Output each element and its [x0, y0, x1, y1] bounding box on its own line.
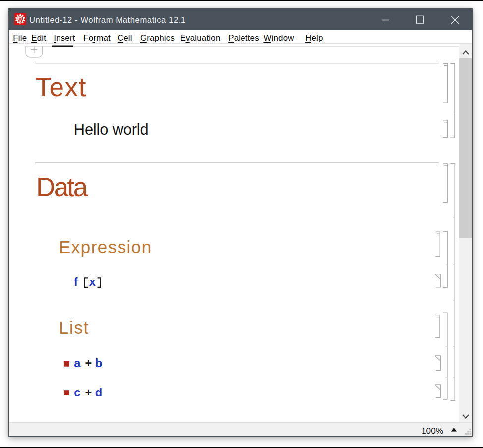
svg-text:a: a — [74, 357, 81, 370]
svg-text:Help: Help — [305, 33, 323, 43]
svg-text:Expression: Expression — [59, 237, 152, 257]
svg-text:Hello world: Hello world — [74, 121, 149, 138]
svg-text:+: + — [85, 386, 92, 399]
svg-text:c: c — [74, 386, 80, 399]
svg-text:File: File — [13, 33, 27, 43]
svg-text:f: f — [74, 276, 78, 288]
svg-text:Evaluation: Evaluation — [181, 33, 221, 43]
svg-text:Edit: Edit — [31, 33, 46, 43]
svg-text:List: List — [59, 318, 89, 337]
svg-text:Untitled-12 - Wolfram Mathemat: Untitled-12 - Wolfram Mathematica 12.1 — [29, 15, 186, 25]
svg-text:d: d — [95, 386, 102, 399]
svg-text:Insert: Insert — [54, 33, 75, 43]
svg-text:Format: Format — [83, 33, 111, 43]
svg-text:Palettes: Palettes — [228, 33, 259, 43]
svg-text:100%: 100% — [422, 426, 443, 436]
svg-text:b: b — [95, 357, 102, 370]
svg-text:Cell: Cell — [118, 33, 132, 43]
svg-text:Window: Window — [263, 33, 294, 43]
svg-text:+: + — [85, 357, 92, 370]
svg-text:Text: Text — [36, 72, 87, 102]
svg-text:x: x — [89, 276, 96, 288]
svg-text:Graphics: Graphics — [140, 33, 175, 43]
svg-text:Data: Data — [36, 172, 88, 202]
